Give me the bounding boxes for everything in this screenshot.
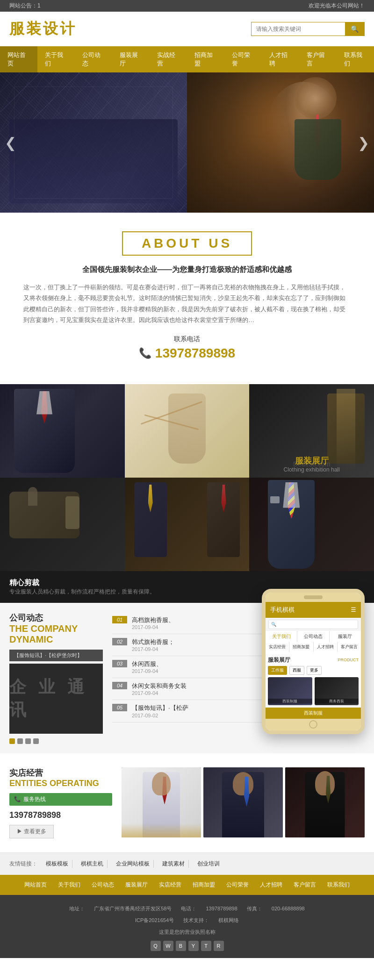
social-icon-5[interactable]: T xyxy=(201,941,211,951)
footer-link-3[interactable]: 企业网站模板 xyxy=(112,860,154,868)
dynamic-left: 公司动态 THE COMPANY DYNAMIC 【服饰短讯】·【松萨堡尔时】 … xyxy=(9,612,103,744)
footer-address-label: 地址： xyxy=(69,903,85,914)
news-num-4: 04 xyxy=(112,682,127,689)
footer-nav-recruit[interactable]: 人才招聘 xyxy=(254,879,288,891)
nav-item-recruit[interactable]: 人才招聘 xyxy=(262,46,299,72)
mobile-nav2-franchise[interactable]: 招商加盟 xyxy=(289,642,313,652)
about-section: ABOUT US 全国领先服装制衣企业——为您量身打造极致的舒适感和优越感 这一… xyxy=(0,213,374,384)
footer-nav-news[interactable]: 公司动态 xyxy=(86,879,120,891)
contact-section: 联系电话 📞 13978789898 xyxy=(9,335,365,361)
nav-item-about[interactable]: 关于我们 xyxy=(37,46,75,72)
more-button[interactable]: ▶ 查看更多 xyxy=(9,825,54,838)
hero-left-panel xyxy=(0,72,187,213)
dot-1[interactable] xyxy=(9,738,15,744)
social-icon-2[interactable]: W xyxy=(163,941,173,951)
footer-nav-store[interactable]: 实店经营 xyxy=(153,879,187,891)
mobile-nav2-message[interactable]: 客户留言 xyxy=(338,642,361,652)
mobile-nav-news[interactable]: 公司动态 xyxy=(297,631,329,642)
footer-social: Q W B Y T R xyxy=(9,941,365,951)
mobile-footer[interactable]: 西装制服 xyxy=(266,708,361,719)
top-bar-right: 欢迎光临本公司网站！ xyxy=(309,2,365,10)
nav-item-home[interactable]: 网站首页 xyxy=(0,46,37,72)
mobile-menu-icon[interactable]: ☰ xyxy=(351,606,356,613)
main-nav: 网站首页 关于我们 公司动态 服装展厅 实战经营 招商加盟 公司荣誉 人才招聘 … xyxy=(0,46,374,72)
news-num-1: 01 xyxy=(112,616,127,623)
mobile-nav-about[interactable]: 关于我们 xyxy=(266,631,297,642)
entities-en: ENTITIES OPERATING xyxy=(9,779,112,788)
dynamic-en: THE COMPANY DYNAMIC xyxy=(9,623,103,645)
hero-next-arrow[interactable]: ❯ xyxy=(358,135,369,151)
mobile-nav2-recruit[interactable]: 人才招聘 xyxy=(314,642,337,652)
mobile-tab-1[interactable]: 工作服 xyxy=(268,666,287,675)
nav-item-gallery[interactable]: 服装展厅 xyxy=(112,46,150,72)
nav-item-message[interactable]: 客户留言 xyxy=(299,46,337,72)
mobile-product-1[interactable]: 西装制服 xyxy=(268,677,312,705)
news-num-2: 02 xyxy=(112,638,127,645)
watermark: Dede58.com xyxy=(293,460,330,468)
gallery-label-main: Dede58.com 服装展厅 Clothing exhibition hall xyxy=(249,451,374,478)
mobile-tab-3[interactable]: 更多 xyxy=(307,666,322,675)
gallery-item-suit-1 xyxy=(0,384,125,478)
footer-fax-label: 传真： xyxy=(247,903,262,914)
dynamic-mobile-wrapper: 公司动态 THE COMPANY DYNAMIC 【服饰短讯】·【松萨堡尔时】 … xyxy=(0,603,374,753)
news-num-5: 05 xyxy=(112,704,127,711)
footer-nav-message[interactable]: 客户留言 xyxy=(288,879,322,891)
nav-item-news[interactable]: 公司动态 xyxy=(75,46,112,72)
entities-section: 实店经营 ENTITIES OPERATING 📞 服务热线 139787898… xyxy=(0,753,374,852)
nav-item-contact[interactable]: 联系我们 xyxy=(337,46,374,72)
nav-item-store[interactable]: 实战经营 xyxy=(150,46,187,72)
top-bar: 网站公告：1 欢迎光临本公司网站！ xyxy=(0,0,374,12)
mobile-section-title: 服装展厅 xyxy=(268,654,290,666)
social-icon-6[interactable]: R xyxy=(214,941,224,951)
dynamic-banner: 企 业 通 讯 xyxy=(9,664,103,734)
footer-link-2[interactable]: 棋棋主机 xyxy=(77,860,108,868)
entities-img-2 xyxy=(203,767,283,837)
footer-address: 广东省广州市番禺经济开发区58号 xyxy=(94,903,172,914)
precision-title: 精心剪裁 xyxy=(9,578,155,588)
dot-3[interactable] xyxy=(25,738,31,744)
search-button[interactable]: 🔍 xyxy=(345,22,364,36)
footer-bottom: 地址： 广东省广州市番禺经济开发区58号 电话： 13978789898 传真：… xyxy=(0,895,374,958)
top-bar-left: 网站公告：1 xyxy=(9,2,41,10)
dynamic-dots xyxy=(9,738,103,744)
nav-item-honor[interactable]: 公司荣誉 xyxy=(224,46,262,72)
footer-nav-gallery[interactable]: 服装展厅 xyxy=(120,879,153,891)
hero-prev-arrow[interactable]: ❮ xyxy=(5,135,16,151)
social-icon-1[interactable]: Q xyxy=(151,941,161,951)
footer-disclaimer: 这里是您的营业执照名称 xyxy=(159,927,216,937)
footer-nav-honor[interactable]: 公司荣誉 xyxy=(221,879,254,891)
gallery-section: Dede58.com 服装展厅 Clothing exhibition hall xyxy=(0,384,374,571)
footer-phone: 13978789898 xyxy=(206,903,237,914)
service-hotline: 📞 服务热线 xyxy=(9,793,112,806)
search-input[interactable] xyxy=(252,22,345,36)
social-icon-3[interactable]: B xyxy=(176,941,186,951)
footer-nav-contact[interactable]: 联系我们 xyxy=(322,879,355,891)
dot-2[interactable] xyxy=(17,738,23,744)
entities-cn: 实店经营 xyxy=(9,767,112,779)
footer-link-1[interactable]: 模板模板 xyxy=(42,860,72,868)
footer-link-5[interactable]: 创业培训 xyxy=(194,860,223,868)
mobile-nav2-store[interactable]: 实店经营 xyxy=(266,642,289,652)
contact-phone: 13978789898 xyxy=(155,346,235,361)
dynamic-heading: 公司动态 THE COMPANY DYNAMIC xyxy=(9,612,103,645)
mobile-tab-2[interactable]: 西服 xyxy=(289,666,304,675)
footer-nav-home[interactable]: 网站首页 xyxy=(19,879,52,891)
nav-item-franchise[interactable]: 招商加盟 xyxy=(187,46,224,72)
mobile-preview: 手机棋棋 ☰ 🔍 关于我们 公司动态 服装厅 实店经营 招商加盟 人才招聘 客户… xyxy=(262,589,365,734)
mobile-nav-gallery[interactable]: 服装厅 xyxy=(330,631,361,642)
hero-right-panel xyxy=(187,72,374,213)
footer-phone-label: 电话： xyxy=(181,903,196,914)
dot-4[interactable] xyxy=(33,738,39,744)
footer-fax: 020-66888898 xyxy=(272,903,305,914)
social-icon-4[interactable]: Y xyxy=(188,941,199,951)
mobile-title: 手机棋棋 xyxy=(270,606,295,614)
phone-icon: 📞 xyxy=(139,347,151,359)
hotline-icon: 📞 xyxy=(14,796,21,802)
entities-img-3 xyxy=(285,767,365,837)
mobile-product-2[interactable]: 商务西装 xyxy=(315,677,359,705)
footer-nav-about[interactable]: 关于我们 xyxy=(52,879,86,891)
dynamic-top-bar: 【服饰短讯】·【松萨堡尔时】 xyxy=(9,650,103,661)
footer-link-4[interactable]: 建筑素材 xyxy=(158,860,189,868)
footer-nav-franchise[interactable]: 招商加盟 xyxy=(187,879,221,891)
mobile-content: 服装展厅 PRODUCT 工作服 西服 更多 西装制服 商务西装 xyxy=(266,652,361,708)
